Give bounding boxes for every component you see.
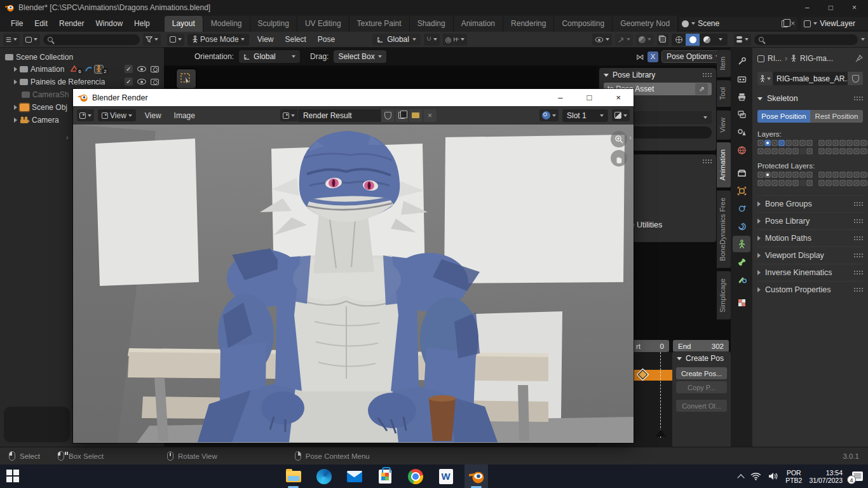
- skeleton-section-header[interactable]: Skeleton: [757, 94, 863, 103]
- menu-item[interactable]: Help: [128, 17, 156, 30]
- clock[interactable]: 13:54 31/07/2023: [809, 469, 843, 484]
- panel-toggle-arrow-icon[interactable]: ›: [66, 133, 69, 141]
- file-explorer-icon[interactable]: [285, 468, 302, 485]
- x-axis-mirror-toggle[interactable]: X: [648, 51, 658, 62]
- tab-world[interactable]: [733, 142, 750, 158]
- solid-shading-button[interactable]: [686, 34, 700, 46]
- store-icon[interactable]: [376, 468, 393, 485]
- outliner-row-animation[interactable]: Animation 6 2 ✓: [0, 63, 164, 75]
- layer-toggle[interactable]: [792, 172, 799, 178]
- layer-toggle[interactable]: [839, 140, 846, 146]
- layer-toggle[interactable]: [846, 140, 853, 146]
- layer-toggle[interactable]: [818, 148, 825, 154]
- layer-toggle[interactable]: [825, 172, 832, 178]
- tab-collection[interactable]: [733, 165, 750, 181]
- outliner-search-input[interactable]: [43, 34, 140, 45]
- fake-user-button[interactable]: [848, 72, 863, 85]
- create-pose-button[interactable]: Copy P...: [676, 381, 727, 393]
- layer-toggle[interactable]: [825, 180, 832, 186]
- layer-toggle[interactable]: [846, 172, 853, 178]
- expand-arrow-icon[interactable]: [14, 67, 17, 72]
- layer-toggle[interactable]: [771, 140, 778, 146]
- playhead-line[interactable]: [660, 352, 661, 438]
- workspace-tab[interactable]: Rendering: [503, 16, 554, 32]
- tab-view-layer[interactable]: [733, 106, 750, 123]
- view-mode-dropdown[interactable]: View: [98, 109, 136, 121]
- unlink-image-button[interactable]: ×: [423, 109, 437, 122]
- layer-toggle[interactable]: [757, 180, 764, 186]
- display-mode-button[interactable]: [23, 34, 40, 46]
- layer-toggle[interactable]: [757, 140, 764, 146]
- expand-arrow-icon[interactable]: [14, 118, 17, 123]
- select-box-tool-button[interactable]: [177, 69, 196, 88]
- workspace-tab[interactable]: Modeling: [203, 16, 250, 32]
- collapsed-section-header[interactable]: Motion Paths: [757, 229, 863, 247]
- image-datablock-button[interactable]: [280, 109, 297, 121]
- viewport-menu-item[interactable]: Pose: [313, 33, 340, 46]
- outliner-row-scene-obj[interactable]: Scene Obj: [0, 101, 73, 113]
- render-window-titlebar[interactable]: Blender Render –□×: [73, 89, 634, 106]
- snapping-button[interactable]: ∩: [424, 34, 440, 46]
- window-control-button[interactable]: ×: [852, 3, 857, 12]
- layer-toggle[interactable]: [839, 148, 846, 154]
- layer-toggle[interactable]: [818, 140, 825, 146]
- tab-texture[interactable]: [733, 294, 750, 311]
- tab-render[interactable]: [733, 71, 750, 87]
- mail-icon[interactable]: [346, 468, 363, 485]
- rest-position-button[interactable]: Rest Position: [810, 110, 863, 123]
- outliner-row-paineis[interactable]: Paineis de Referencia ✓: [0, 76, 164, 88]
- sidebar-tab[interactable]: Item: [717, 50, 731, 77]
- blender-taskbar-icon[interactable]: [468, 468, 485, 485]
- filter-chevron-icon[interactable]: [861, 38, 865, 41]
- layer-toggle[interactable]: [757, 148, 764, 154]
- orientation-dropdown[interactable]: Global: [239, 50, 300, 63]
- region-toggle-arrow-icon[interactable]: ‹: [629, 133, 632, 141]
- collapsed-section-header[interactable]: Pose Library: [757, 212, 863, 229]
- render-visibility-icon[interactable]: [151, 66, 159, 72]
- wifi-icon[interactable]: [750, 472, 761, 480]
- collapsed-section-header[interactable]: Viewport Display: [757, 247, 863, 264]
- layer-toggle[interactable]: [853, 140, 860, 146]
- editor-type-button[interactable]: [77, 109, 94, 121]
- panel-grip-icon[interactable]: [853, 270, 863, 275]
- layer-toggle[interactable]: [818, 180, 825, 186]
- layer-toggle[interactable]: [792, 148, 799, 154]
- viewlayer-selector[interactable]: ViewLayer ×: [801, 17, 868, 30]
- pose-library-panel-header[interactable]: Pose Library: [599, 68, 716, 82]
- new-scene-icon[interactable]: [782, 20, 788, 27]
- edge-icon[interactable]: [315, 468, 332, 485]
- sidebar-tab[interactable]: BoneDynamics Free: [717, 191, 731, 268]
- layer-toggle[interactable]: [839, 180, 846, 186]
- duplicate-image-button[interactable]: [395, 109, 409, 122]
- datablock-type-button[interactable]: [757, 72, 773, 85]
- layer-toggle[interactable]: [839, 172, 846, 178]
- language-indicator[interactable]: POR PTB2: [785, 469, 802, 484]
- editor-type-button[interactable]: ☰: [3, 34, 20, 46]
- sidebar-tab[interactable]: View: [717, 111, 731, 140]
- panel-grip-icon[interactable]: [702, 159, 712, 164]
- layer-toggle[interactable]: [825, 140, 832, 146]
- properties-search-input[interactable]: [754, 34, 858, 45]
- expand-arrow-icon[interactable]: [14, 105, 17, 110]
- layer-toggle[interactable]: [757, 172, 764, 178]
- pose-position-button[interactable]: Pose Position: [757, 110, 810, 123]
- tab-constraints[interactable]: [733, 218, 750, 234]
- checkbox-icon[interactable]: ✓: [125, 65, 133, 73]
- panel-grip-icon[interactable]: [853, 96, 863, 101]
- image-name-field[interactable]: Render Result: [298, 109, 381, 122]
- layer-toggle[interactable]: [764, 172, 771, 178]
- frame-end-field[interactable]: End 302: [673, 340, 729, 352]
- volume-icon[interactable]: [768, 472, 778, 480]
- layer-toggle[interactable]: [778, 180, 785, 186]
- rendered-shading-dropdown[interactable]: [714, 34, 728, 46]
- tab-scene[interactable]: [733, 124, 750, 140]
- panel-grip-icon[interactable]: [853, 287, 863, 292]
- gizmos-button[interactable]: [615, 34, 633, 46]
- layer-toggle[interactable]: [764, 148, 771, 154]
- workspace-tab[interactable]: Geometry Nod: [613, 16, 678, 32]
- layer-toggle[interactable]: [785, 180, 792, 186]
- layer-toggle[interactable]: [771, 148, 778, 154]
- wireframe-shading-button[interactable]: [672, 34, 686, 46]
- word-icon[interactable]: W: [437, 468, 454, 485]
- slot-dropdown[interactable]: Slot 1: [562, 109, 608, 122]
